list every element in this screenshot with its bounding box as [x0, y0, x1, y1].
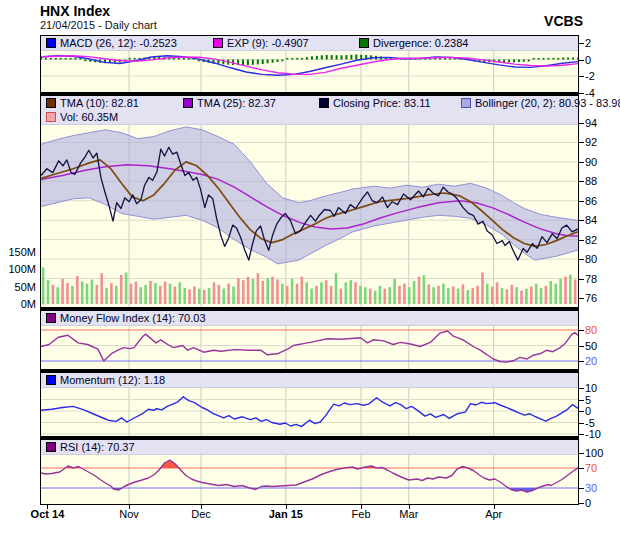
- legend-marker-icon: [46, 112, 56, 122]
- month-label: Dec: [191, 508, 211, 520]
- axis-tick: [579, 142, 584, 143]
- axis-tick-label: 5: [585, 394, 591, 406]
- chart-page: HNX Index 21/04/2015 - Daily chart VCBS …: [0, 0, 620, 535]
- macd-panel: MACD (26, 12): -0.2523EXP (9): -0.4907Di…: [40, 35, 579, 93]
- axis-tick-label: -5: [585, 417, 595, 429]
- axis-tick-label: 84: [585, 214, 597, 226]
- legend-label: RSI (14): 70.37: [60, 441, 135, 453]
- page-title: HNX Index: [40, 3, 110, 19]
- legend-item: Bollinger (20, 2): 80.93 - 83.98: [461, 97, 620, 111]
- axis-tick-label: 94: [585, 117, 597, 129]
- volume-axis-label: 0M: [0, 298, 36, 310]
- month-label: Mar: [399, 508, 418, 520]
- legend-label: Bollinger (20, 2): 80.93 - 83.98: [475, 97, 620, 109]
- legend-label: Divergence: 0.2384: [373, 37, 468, 49]
- legend-label: EXP (9): -0.4907: [227, 37, 309, 49]
- axis-tick: [579, 162, 584, 163]
- axis-tick: [579, 411, 584, 412]
- axis-tick: [579, 434, 584, 435]
- month-label: Feb: [352, 508, 371, 520]
- axis-tick-label: 0: [585, 405, 591, 417]
- legend-marker-icon: [183, 98, 193, 108]
- axis-tick-label: 50: [585, 340, 597, 352]
- axis-tick: [579, 43, 584, 44]
- legend-label: Vol: 60.35M: [60, 111, 118, 123]
- month-label: Nov: [119, 508, 139, 520]
- axis-tick-label: 76: [585, 292, 597, 304]
- legend-label: MACD (26, 12): -0.2523: [60, 37, 177, 49]
- axis-tick: [579, 298, 584, 299]
- volume-axis-label: 50M: [0, 281, 36, 293]
- axis-tick: [579, 93, 584, 94]
- legend-item: TMA (25): 82.37: [183, 97, 276, 111]
- legend-marker-icon: [359, 38, 369, 48]
- month-label: Apr: [485, 508, 502, 520]
- legend-label: Closing Price: 83.11: [333, 97, 431, 109]
- axis-tick: [579, 503, 584, 504]
- legend-marker-icon: [46, 375, 56, 385]
- axis-tick-label: 2: [585, 37, 591, 49]
- axis-tick: [579, 279, 584, 280]
- axis-tick-label: 80: [585, 253, 597, 265]
- axis-tick-label: 78: [585, 273, 597, 285]
- month-label: Jan 15: [269, 508, 303, 520]
- legend-item: TMA (10): 82.81: [46, 97, 139, 111]
- axis-tick-label: 0: [585, 497, 591, 509]
- momentum-panel: Momentum (12): 1.18: [40, 370, 579, 437]
- mfi-panel: Money Flow Index (14): 70.03: [40, 308, 579, 370]
- axis-tick-label: 88: [585, 175, 597, 187]
- axis-tick: [579, 400, 584, 401]
- axis-tick-label: -4: [585, 87, 595, 99]
- axis-tick: [579, 423, 584, 424]
- axis-tick: [579, 488, 584, 489]
- axis-tick: [579, 76, 584, 77]
- axis-tick-label: 90: [585, 156, 597, 168]
- legend-item: Money Flow Index (14): 70.03: [46, 312, 206, 326]
- legend-label: Momentum (12): 1.18: [60, 374, 165, 386]
- legend-label: Money Flow Index (14): 70.03: [60, 312, 206, 324]
- axis-tick: [579, 388, 584, 389]
- axis-tick-label: 100: [585, 447, 603, 459]
- legend-label: TMA (10): 82.81: [60, 97, 139, 109]
- legend-item: MACD (26, 12): -0.2523: [46, 37, 177, 51]
- legend-item: Divergence: 0.2384: [359, 37, 468, 51]
- legend-marker-icon: [46, 98, 56, 108]
- month-label: Oct 14: [31, 508, 65, 520]
- axis-tick: [579, 240, 584, 241]
- legend-marker-icon: [46, 313, 56, 323]
- axis-tick: [579, 181, 584, 182]
- axis-tick-label: 10: [585, 382, 597, 394]
- rsi-panel: RSI (14): 70.37: [40, 437, 579, 505]
- axis-tick-label: 80: [585, 324, 597, 336]
- axis-tick: [579, 259, 584, 260]
- axis-tick: [579, 201, 584, 202]
- axis-tick: [579, 60, 584, 61]
- axis-tick-label: 92: [585, 136, 597, 148]
- legend-item: Momentum (12): 1.18: [46, 374, 165, 388]
- volume-axis-label: 150M: [0, 246, 36, 258]
- legend-label: TMA (25): 82.37: [197, 97, 276, 109]
- axis-tick: [579, 123, 584, 124]
- axis-tick-label: 70: [585, 462, 597, 474]
- legend-marker-icon: [213, 38, 223, 48]
- legend-marker-icon: [46, 442, 56, 452]
- legend-marker-icon: [319, 98, 329, 108]
- legend-item: EXP (9): -0.4907: [213, 37, 309, 51]
- axis-tick-label: 0: [585, 54, 591, 66]
- axis-tick-label: -2: [585, 70, 595, 82]
- volume-axis-label: 100M: [0, 263, 36, 275]
- axis-tick-label: 82: [585, 234, 597, 246]
- legend-marker-icon: [461, 98, 471, 108]
- axis-tick: [579, 330, 584, 331]
- price-panel: TMA (10): 82.81TMA (25): 82.37Closing Pr…: [40, 93, 579, 308]
- brand-logo: VCBS: [544, 13, 583, 29]
- axis-tick: [579, 453, 584, 454]
- legend-marker-icon: [46, 38, 56, 48]
- axis-tick: [579, 361, 584, 362]
- axis-tick: [579, 468, 584, 469]
- axis-tick: [579, 220, 584, 221]
- main-plot: [41, 96, 578, 307]
- axis-tick-label: -10: [585, 428, 601, 440]
- legend-item: Closing Price: 83.11: [319, 97, 431, 111]
- axis-tick-label: 20: [585, 355, 597, 367]
